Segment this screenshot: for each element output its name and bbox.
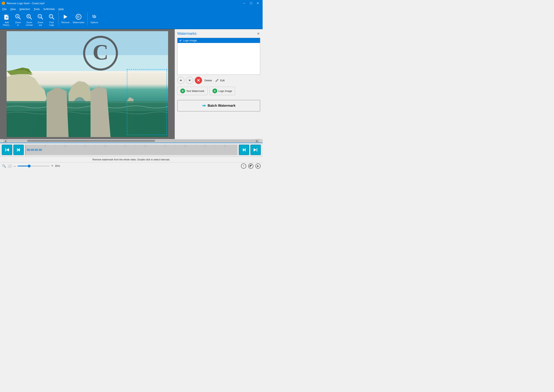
- zoom-in-label: Zoomin: [15, 21, 21, 26]
- remove-button[interactable]: Remove: [60, 12, 71, 25]
- menu-softorbits[interactable]: SoftOrbits: [42, 7, 56, 11]
- video-frame: C: [7, 31, 168, 137]
- panel-title-row: Watermarks ✕: [177, 32, 260, 36]
- scroll-thumb[interactable]: [27, 140, 155, 142]
- toolbar: AddFile(s)... Zoomin 1 Zoomnormal: [0, 12, 263, 29]
- toolbar-sep-1: [58, 12, 59, 25]
- svg-point-26: [93, 16, 95, 18]
- add-buttons-row: + Text Watermark + Logo Image: [177, 87, 260, 95]
- batch-arrow-icon: ⇒: [202, 103, 206, 108]
- svg-text:C: C: [92, 40, 108, 64]
- scroll-area[interactable]: ◀ ▶: [0, 139, 263, 143]
- svg-marker-45: [189, 80, 191, 81]
- add-logo-image-button[interactable]: + Logo Image: [210, 87, 235, 95]
- svg-rect-76: [257, 148, 257, 151]
- batch-watermark-button[interactable]: ⇒ Batch Watermark: [177, 100, 260, 112]
- svg-point-2: [3, 3, 4, 4]
- close-button[interactable]: ✕: [255, 0, 261, 6]
- panel-close-button[interactable]: ✕: [256, 32, 260, 36]
- options-button[interactable]: Options: [89, 12, 99, 25]
- menu-selection[interactable]: Selection: [18, 7, 32, 11]
- text-watermark-label: Text Watermark: [186, 90, 204, 92]
- add-files-button[interactable]: AddFile(s)...: [2, 12, 12, 27]
- menu-view[interactable]: View: [9, 7, 17, 11]
- youtube-icon[interactable]: ▶: [255, 163, 261, 169]
- skip-to-end-button[interactable]: [250, 145, 261, 155]
- add-text-watermark-button[interactable]: + Text Watermark: [177, 87, 207, 95]
- delete-icon-button[interactable]: [195, 77, 202, 84]
- watermarks-icon: ©: [75, 13, 82, 20]
- title-bar-controls: ─ ☐ ✕: [241, 0, 261, 6]
- find-logo-label: FindLogo: [49, 21, 54, 26]
- remove-label: Remove: [61, 21, 70, 24]
- svg-marker-50: [17, 148, 20, 151]
- twitter-icon[interactable]: [248, 163, 253, 169]
- edit-button[interactable]: Edit: [214, 78, 225, 83]
- toolbar-sep-2: [87, 12, 88, 25]
- scroll-left-button[interactable]: ◀: [4, 139, 7, 143]
- add-logo-circle: +: [212, 89, 217, 93]
- add-files-label: AddFile(s)...: [3, 21, 11, 26]
- svg-text:1: 1: [28, 15, 29, 17]
- timeline-area: 00:00:00 00: [0, 143, 263, 157]
- svg-line-16: [30, 18, 32, 19]
- minimize-button[interactable]: ─: [241, 0, 247, 6]
- svg-text:?: ?: [50, 15, 51, 17]
- svg-rect-51: [17, 148, 18, 151]
- watermarks-button[interactable]: © Watermarks: [71, 12, 86, 25]
- next-frame-button[interactable]: [239, 145, 249, 155]
- copyright-watermark: C: [83, 35, 119, 71]
- svg-line-21: [52, 18, 54, 19]
- facebook-icon[interactable]: f: [241, 163, 246, 169]
- social-icons: f ▶: [241, 163, 261, 169]
- main-content: C Watermarks ✕ Logo Image: [0, 29, 263, 139]
- find-logo-icon: ?: [48, 13, 55, 20]
- delete-button[interactable]: Delete: [204, 78, 213, 83]
- watermark-checkbox[interactable]: [179, 39, 182, 42]
- watermark-item-logo[interactable]: Logo Image: [177, 38, 260, 43]
- edit-label: Edit: [220, 79, 225, 82]
- move-up-button[interactable]: [177, 77, 184, 84]
- zoom-in-button[interactable]: Zoomin: [13, 12, 23, 27]
- scroll-track[interactable]: [7, 140, 255, 142]
- zoom-normal-label: Zoomnormal: [26, 21, 33, 26]
- zoom-out-icon: [37, 13, 44, 20]
- title-bar-left: Remove Logo Now! - Coast.mp4: [2, 1, 45, 5]
- bottom-bar: 🔍 ⬜ — + 35% f ▶: [0, 162, 263, 169]
- svg-marker-44: [180, 79, 182, 81]
- status-bar: Remove watermark from the whole video. D…: [0, 157, 263, 162]
- svg-line-19: [41, 18, 43, 19]
- svg-line-12: [19, 18, 20, 19]
- batch-watermark-label: Batch Watermark: [208, 104, 235, 108]
- title-bar: Remove Logo Now! - Coast.mp4 ─ ☐ ✕: [0, 0, 263, 6]
- time-ruler[interactable]: 00:00:00 00: [25, 145, 238, 155]
- logo-image-label: Logo Image: [218, 90, 232, 92]
- skip-to-start-button[interactable]: [2, 145, 12, 155]
- watermarks-panel: Watermarks ✕ Logo Image: [175, 29, 263, 139]
- zoom-slider[interactable]: [18, 166, 49, 166]
- zoom-normal-button[interactable]: 1 Zoomnormal: [24, 12, 34, 27]
- options-label: Options: [91, 21, 98, 24]
- zoom-plus-icon[interactable]: +: [51, 164, 53, 168]
- watermarks-label: Watermarks: [73, 21, 84, 24]
- zoom-out-button[interactable]: Zoomout: [35, 12, 46, 27]
- selection-box[interactable]: [127, 69, 167, 135]
- svg-rect-75: [245, 148, 246, 151]
- selection-icon: ⬜: [7, 164, 12, 168]
- panel-title: Watermarks: [177, 32, 196, 36]
- canvas-area[interactable]: C: [0, 29, 175, 139]
- maximize-button[interactable]: ☐: [248, 0, 254, 6]
- scroll-right-button[interactable]: ▶: [255, 139, 259, 143]
- menu-file[interactable]: File: [1, 7, 8, 11]
- prev-frame-button[interactable]: [13, 145, 24, 155]
- zoom-in-icon: [14, 13, 21, 20]
- move-down-button[interactable]: [186, 77, 193, 84]
- menu-tools[interactable]: Tools: [32, 7, 41, 11]
- zoom-minus-icon[interactable]: —: [13, 164, 16, 168]
- title-bar-title: Remove Logo Now! - Coast.mp4: [7, 2, 45, 5]
- svg-marker-77: [254, 148, 256, 151]
- watermarks-list[interactable]: Logo Image: [177, 38, 260, 75]
- svg-text:©: ©: [77, 15, 80, 19]
- find-logo-button[interactable]: ? FindLogo: [46, 12, 57, 27]
- menu-help[interactable]: Help: [57, 7, 66, 11]
